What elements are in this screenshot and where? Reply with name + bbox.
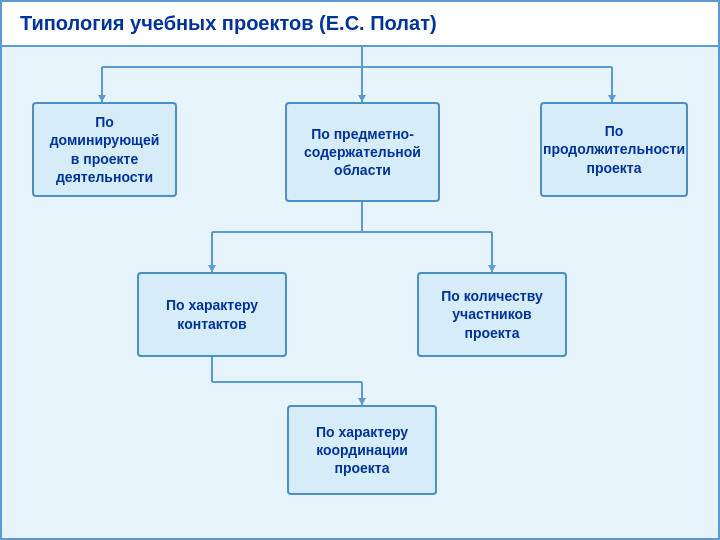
box-dominiruyushchey: По доминирующей в проекте деятельности [32, 102, 177, 197]
page: Типология учебных проектов (Е.С. Полат) [0, 0, 720, 540]
svg-marker-7 [608, 95, 616, 102]
svg-marker-17 [358, 398, 366, 405]
svg-marker-5 [358, 95, 366, 102]
box-prodolzhitelnosti: По продолжительности проекта [540, 102, 688, 197]
diagram-area: По доминирующей в проекте деятельности П… [2, 47, 718, 537]
title-text: Типология учебных проектов (Е.С. Полат) [20, 12, 437, 34]
box-kharakteru-kontaktov: По характеру контактов [137, 272, 287, 357]
svg-marker-3 [98, 95, 106, 102]
box-koordinatsii: По характеру координации проекта [287, 405, 437, 495]
svg-marker-11 [208, 265, 216, 272]
svg-marker-13 [488, 265, 496, 272]
page-title: Типология учебных проектов (Е.С. Полат) [2, 2, 718, 47]
box-predmetnoy: По предметно- содержательной области [285, 102, 440, 202]
box-kolichestvu: По количеству участников проекта [417, 272, 567, 357]
